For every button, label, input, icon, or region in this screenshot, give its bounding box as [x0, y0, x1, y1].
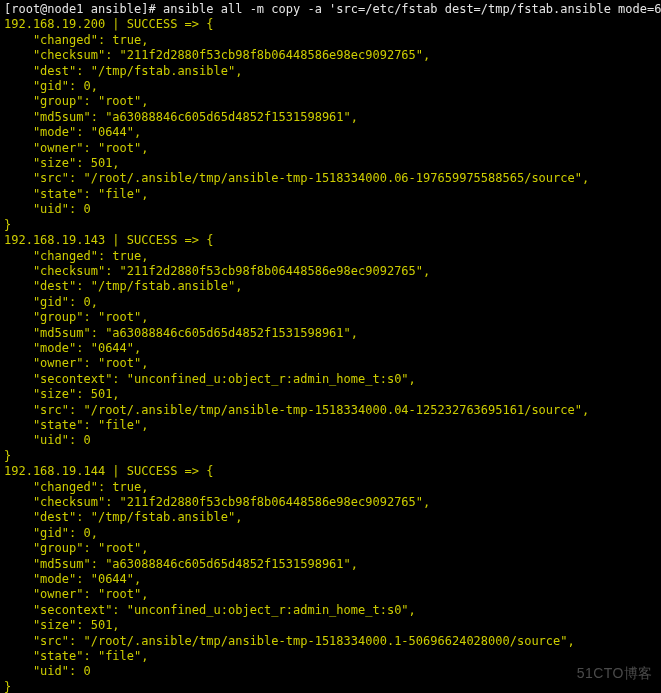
- json-close: }: [4, 218, 657, 233]
- json-field: "group": "root",: [4, 94, 657, 109]
- json-field: "gid": 0,: [4, 295, 657, 310]
- json-field: "secontext": "unconfined_u:object_r:admi…: [4, 603, 657, 618]
- json-close: }: [4, 680, 657, 693]
- json-field: "checksum": "211f2d2880f53cb98f8b0644858…: [4, 48, 657, 63]
- json-field: "dest": "/tmp/fstab.ansible",: [4, 64, 657, 79]
- json-field: "group": "root",: [4, 541, 657, 556]
- json-field: "mode": "0644",: [4, 125, 657, 140]
- json-field: "mode": "0644",: [4, 572, 657, 587]
- terminal[interactable]: [root@node1 ansible]# ansible all -m cop…: [0, 0, 661, 693]
- json-field: "state": "file",: [4, 187, 657, 202]
- command-text: ansible all -m copy -a 'src=/etc/fstab d…: [163, 2, 661, 16]
- host-header: 192.168.19.144 | SUCCESS => {: [4, 464, 657, 479]
- json-field: "owner": "root",: [4, 356, 657, 371]
- json-field: "group": "root",: [4, 310, 657, 325]
- json-field: "md5sum": "a63088846c605d65d4852f1531598…: [4, 110, 657, 125]
- shell-prompt: [root@node1 ansible]#: [4, 2, 163, 16]
- json-field: "state": "file",: [4, 649, 657, 664]
- json-field: "src": "/root/.ansible/tmp/ansible-tmp-1…: [4, 403, 657, 418]
- json-field: "size": 501,: [4, 618, 657, 633]
- json-field: "dest": "/tmp/fstab.ansible",: [4, 279, 657, 294]
- json-field: "owner": "root",: [4, 587, 657, 602]
- json-field: "secontext": "unconfined_u:object_r:admi…: [4, 372, 657, 387]
- json-field: "dest": "/tmp/fstab.ansible",: [4, 510, 657, 525]
- host-header: 192.168.19.143 | SUCCESS => {: [4, 233, 657, 248]
- json-field: "mode": "0644",: [4, 341, 657, 356]
- json-field: "checksum": "211f2d2880f53cb98f8b0644858…: [4, 495, 657, 510]
- json-field: "changed": true,: [4, 480, 657, 495]
- json-field: "state": "file",: [4, 418, 657, 433]
- json-field: "src": "/root/.ansible/tmp/ansible-tmp-1…: [4, 634, 657, 649]
- json-field: "gid": 0,: [4, 79, 657, 94]
- json-field: "owner": "root",: [4, 141, 657, 156]
- json-field: "uid": 0: [4, 433, 657, 448]
- json-field: "md5sum": "a63088846c605d65d4852f1531598…: [4, 326, 657, 341]
- json-field: "size": 501,: [4, 387, 657, 402]
- json-field: "changed": true,: [4, 33, 657, 48]
- json-field: "gid": 0,: [4, 526, 657, 541]
- json-field: "size": 501,: [4, 156, 657, 171]
- json-field: "changed": true,: [4, 249, 657, 264]
- watermark: 51CTO博客: [577, 665, 653, 683]
- command-line: [root@node1 ansible]# ansible all -m cop…: [4, 2, 657, 17]
- json-field: "md5sum": "a63088846c605d65d4852f1531598…: [4, 557, 657, 572]
- host-header: 192.168.19.200 | SUCCESS => {: [4, 17, 657, 32]
- json-close: }: [4, 449, 657, 464]
- json-field: "uid": 0: [4, 664, 657, 679]
- json-field: "src": "/root/.ansible/tmp/ansible-tmp-1…: [4, 171, 657, 186]
- json-field: "uid": 0: [4, 202, 657, 217]
- json-field: "checksum": "211f2d2880f53cb98f8b0644858…: [4, 264, 657, 279]
